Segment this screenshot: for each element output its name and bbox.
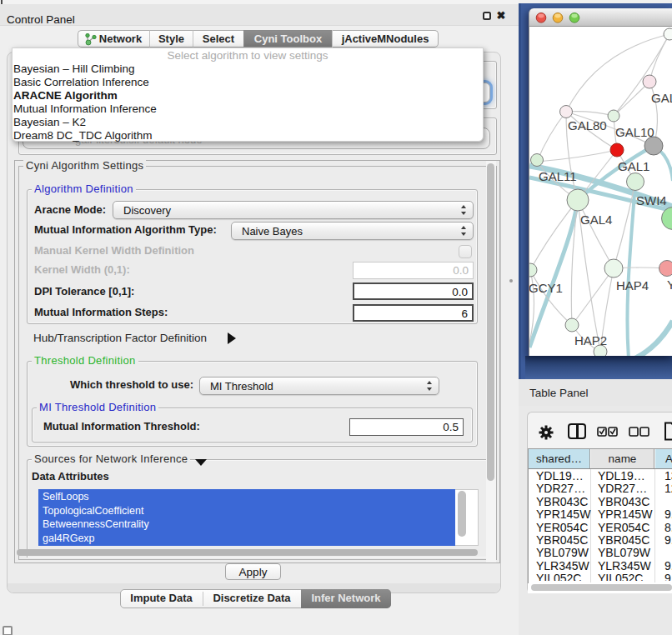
svg-text:GCY1: GCY1	[529, 281, 563, 295]
svg-text:GAL11: GAL11	[539, 169, 577, 183]
svg-text:SWI4: SWI4	[636, 193, 667, 208]
svg-text:HAP4: HAP4	[616, 278, 649, 292]
svg-text:GAL: GAL	[651, 91, 672, 105]
svg-text:GAL10: GAL10	[615, 125, 654, 139]
svg-text:HAP2: HAP2	[574, 333, 607, 348]
svg-text:GAL80: GAL80	[568, 118, 607, 132]
svg-text:GAL4: GAL4	[580, 212, 612, 227]
svg-text:GAL1: GAL1	[618, 159, 649, 173]
svg-text:Y: Y	[667, 278, 672, 292]
